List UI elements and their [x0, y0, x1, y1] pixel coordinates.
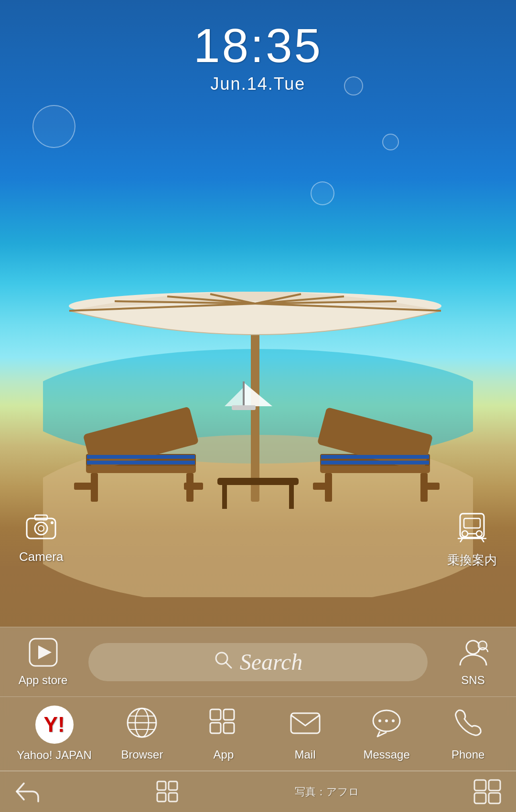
svg-point-38: [35, 522, 47, 535]
svg-marker-51: [38, 645, 52, 659]
svg-point-40: [38, 526, 44, 531]
yahoo-label: Yahoo! JAPAN: [17, 749, 92, 762]
camera-icon: [24, 511, 58, 545]
transit-label: 乗換案内: [447, 552, 497, 569]
clock-date: Jun.14.Tue: [0, 74, 516, 94]
sns-glyph: [458, 637, 489, 670]
app-store-glyph: [28, 637, 59, 670]
svg-point-67: [378, 719, 381, 722]
yahoo-app[interactable]: Y! Yahoo! JAPAN: [17, 706, 92, 762]
sns-label: SNS: [461, 674, 484, 687]
svg-rect-16: [87, 461, 195, 464]
main-dock-row: Y! Yahoo! JAPAN Browser: [0, 697, 516, 770]
svg-rect-28: [321, 461, 429, 464]
search-bar[interactable]: Search: [88, 643, 428, 681]
transit-icon: [455, 511, 489, 547]
svg-rect-22: [222, 485, 227, 509]
svg-rect-15: [87, 455, 195, 459]
mail-app[interactable]: Mail: [274, 707, 336, 761]
middle-row: App store Search SNS: [0, 627, 516, 696]
svg-rect-75: [489, 780, 500, 791]
message-label: Message: [363, 748, 409, 761]
svg-rect-43: [464, 518, 480, 528]
app-store-icon[interactable]: App store: [14, 637, 72, 687]
dock-area: App store Search SNS: [0, 627, 516, 812]
search-text: Search: [240, 649, 303, 675]
home-button[interactable]: [154, 779, 181, 805]
search-icon: [214, 650, 233, 674]
camera-app[interactable]: Camera: [19, 511, 63, 569]
svg-rect-74: [474, 780, 486, 791]
app-label: App: [214, 748, 234, 761]
app-grid-icon: [207, 707, 240, 743]
svg-rect-36: [232, 405, 256, 410]
svg-rect-72: [157, 793, 166, 801]
svg-rect-62: [224, 709, 234, 720]
svg-rect-19: [74, 483, 93, 490]
phone-icon: [452, 707, 484, 743]
svg-rect-27: [321, 455, 429, 459]
svg-rect-64: [224, 723, 234, 733]
bubble-4: [382, 134, 399, 150]
svg-point-41: [51, 521, 54, 524]
svg-point-68: [385, 719, 388, 722]
phone-app[interactable]: Phone: [437, 707, 499, 761]
svg-point-69: [392, 719, 395, 722]
svg-rect-63: [210, 723, 221, 733]
svg-rect-61: [210, 709, 221, 720]
svg-rect-20: [184, 483, 203, 490]
svg-line-53: [226, 663, 231, 668]
svg-rect-70: [157, 781, 166, 790]
yahoo-icon: Y!: [35, 706, 74, 744]
svg-point-44: [462, 531, 468, 537]
top-icons-row: Camera 乗換案内: [0, 511, 516, 569]
clock-time: 18:35: [0, 19, 516, 72]
svg-rect-23: [289, 485, 294, 509]
app-grid-app[interactable]: App: [193, 707, 255, 761]
app-store-label: App store: [19, 674, 68, 687]
svg-rect-21: [217, 478, 299, 485]
bubble-1: [32, 105, 75, 148]
message-icon: [370, 707, 403, 743]
browser-label: Browser: [121, 748, 163, 761]
bubble-2: [311, 181, 334, 205]
svg-rect-76: [474, 793, 486, 803]
bottom-bar: 写真：アフロ: [0, 771, 516, 812]
back-button[interactable]: [14, 779, 41, 805]
phone-label: Phone: [452, 748, 484, 761]
svg-rect-32: [420, 483, 440, 490]
svg-rect-31: [313, 483, 332, 490]
svg-rect-37: [27, 518, 55, 538]
svg-rect-65: [291, 713, 320, 733]
svg-rect-73: [169, 793, 177, 801]
clock-area: 18:35 Jun.14.Tue: [0, 19, 516, 94]
svg-point-45: [476, 531, 482, 537]
transit-app[interactable]: 乗換案内: [447, 511, 497, 569]
svg-rect-77: [489, 793, 500, 803]
camera-label: Camera: [19, 549, 63, 564]
apps-button[interactable]: [473, 779, 502, 805]
mail-label: Mail: [295, 748, 316, 761]
mail-icon: [289, 707, 322, 743]
photo-credit: 写真：アフロ: [295, 785, 359, 799]
browser-icon: [126, 707, 158, 743]
sns-icon[interactable]: SNS: [444, 637, 502, 687]
message-app[interactable]: Message: [355, 707, 418, 761]
svg-rect-71: [169, 781, 177, 790]
browser-app[interactable]: Browser: [111, 707, 173, 761]
